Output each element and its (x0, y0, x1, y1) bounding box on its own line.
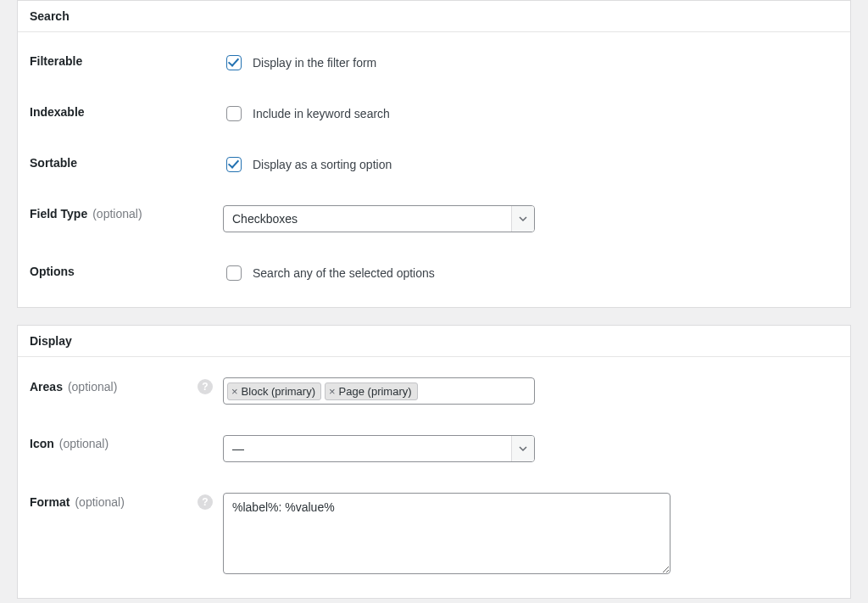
search-panel-body: Filterable Display in the filter form In… (18, 32, 850, 307)
tag-remove-icon[interactable]: × (329, 386, 337, 397)
display-panel: Display Areas (optional) ? × Block (prim… (17, 325, 851, 599)
filterable-control: Display in the filter form (223, 53, 376, 73)
icon-select-value: — (224, 436, 511, 461)
areas-tag-field[interactable]: × Block (primary) × Page (primary) (223, 377, 535, 405)
areas-row: Areas (optional) ? × Block (primary) × P… (18, 362, 850, 420)
chevron-down-icon (511, 436, 534, 461)
field-type-row: Field Type (optional) Checkboxes (18, 190, 850, 248)
sortable-checkbox-label: Display as a sorting option (253, 158, 392, 171)
filterable-checkbox[interactable] (226, 55, 242, 70)
field-type-select[interactable]: Checkboxes (223, 205, 535, 232)
indexable-control: Include in keyword search (223, 103, 390, 124)
field-type-label: Field Type (30, 207, 87, 221)
help-icon[interactable]: ? (198, 494, 213, 510)
search-panel-title: Search (18, 1, 850, 32)
search-panel: Search Filterable Display in the filter … (17, 0, 851, 308)
indexable-row: Indexable Include in keyword search (18, 88, 850, 139)
field-type-select-value: Checkboxes (224, 206, 511, 232)
icon-label: Icon (30, 437, 54, 450)
display-panel-body: Areas (optional) ? × Block (primary) × P… (18, 357, 850, 598)
areas-tag: × Page (primary) (325, 382, 418, 400)
options-checkbox[interactable] (226, 265, 242, 281)
filterable-checkbox-label: Display in the filter form (253, 56, 376, 70)
icon-row: Icon (optional) — (18, 420, 850, 477)
filterable-row: Filterable Display in the filter form (18, 37, 850, 88)
sortable-row: Sortable Display as a sorting option (18, 139, 850, 190)
indexable-checkbox-label: Include in keyword search (253, 107, 390, 120)
indexable-label: Indexable (30, 105, 85, 119)
help-icon[interactable]: ? (198, 379, 213, 394)
field-type-optional: (optional) (92, 207, 142, 221)
options-control: Search any of the selected options (223, 263, 435, 283)
icon-select[interactable]: — (223, 435, 535, 462)
tag-label: Page (primary) (339, 385, 412, 398)
tag-label: Block (primary) (242, 385, 315, 398)
options-checkbox-label: Search any of the selected options (253, 266, 435, 280)
areas-optional: (optional) (68, 380, 117, 394)
chevron-down-icon (511, 206, 534, 232)
format-optional: (optional) (75, 495, 124, 509)
areas-label: Areas (30, 380, 63, 394)
format-label: Format (30, 495, 70, 509)
areas-tag: × Block (primary) (227, 382, 321, 400)
tag-remove-icon[interactable]: × (231, 386, 240, 397)
display-panel-title: Display (18, 326, 850, 357)
filterable-label: Filterable (30, 54, 82, 68)
sortable-control: Display as a sorting option (223, 154, 392, 175)
format-row: Format (optional) ? (18, 477, 850, 589)
options-row: Options Search any of the selected optio… (18, 248, 850, 299)
indexable-checkbox[interactable] (226, 106, 242, 121)
format-textarea[interactable] (223, 493, 670, 574)
sortable-checkbox[interactable] (226, 157, 242, 172)
options-label: Options (30, 265, 75, 278)
icon-optional: (optional) (59, 437, 108, 450)
sortable-label: Sortable (30, 156, 77, 170)
